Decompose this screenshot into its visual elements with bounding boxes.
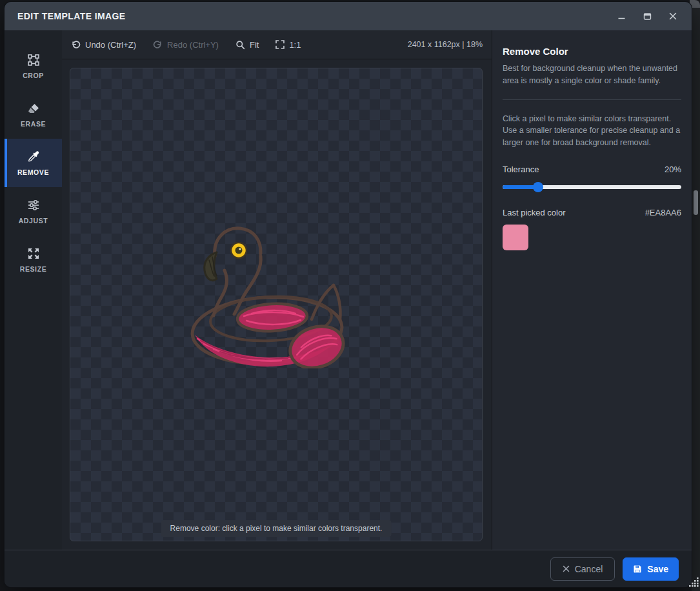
crop-icon — [26, 53, 41, 67]
tool-remove-label: REMOVE — [17, 168, 49, 176]
image-canvas[interactable]: Remove color: click a pixel to make simi… — [70, 68, 483, 541]
maximize-icon — [643, 12, 652, 21]
last-picked-color-swatch — [503, 225, 528, 250]
tool-resize-label: RESIZE — [20, 265, 47, 273]
cancel-label: Cancel — [575, 564, 603, 574]
undo-label: Undo (Ctrl+Z) — [85, 40, 136, 50]
tolerance-label: Tolerance — [503, 165, 539, 174]
magnifier-icon — [235, 40, 245, 50]
image-dimensions-readout: 2401 x 1162px | 18% — [408, 40, 483, 49]
edit-template-image-dialog: EDIT TEMPLATE IMAGE — [5, 2, 692, 587]
tolerance-slider[interactable] — [503, 182, 681, 192]
fit-label: Fit — [250, 40, 259, 50]
maximize-button[interactable] — [636, 6, 658, 26]
tolerance-value: 20% — [665, 165, 681, 174]
tool-resize[interactable]: RESIZE — [5, 235, 62, 284]
redo-button[interactable]: Redo (Ctrl+Y) — [153, 40, 219, 50]
save-button[interactable]: Save — [623, 557, 679, 581]
redo-label: Redo (Ctrl+Y) — [167, 40, 219, 50]
redo-icon — [153, 40, 163, 50]
dialog-title: EDIT TEMPLATE IMAGE — [17, 11, 126, 21]
tool-sidebar: CROP ERASE REMOVE — [5, 30, 62, 550]
tolerance-row: Tolerance 20% — [503, 165, 681, 174]
page-scrollbar-thumb[interactable] — [694, 190, 698, 215]
tool-adjust[interactable]: ADJUST — [5, 187, 62, 235]
last-picked-row: Last picked color #EA8AA6 — [503, 208, 681, 217]
resize-arrows-icon — [26, 246, 41, 261]
tolerance-slider-thumb[interactable] — [533, 182, 543, 192]
tool-remove[interactable]: REMOVE — [5, 139, 62, 187]
tool-crop[interactable]: CROP — [5, 42, 62, 90]
save-label: Save — [647, 564, 668, 574]
page-scrollbar-track[interactable] — [692, 8, 700, 591]
window-controls — [610, 6, 684, 26]
minimize-button[interactable] — [610, 6, 632, 26]
fit-button[interactable]: Fit — [235, 40, 259, 50]
undo-button[interactable]: Undo (Ctrl+Z) — [71, 40, 136, 50]
close-button[interactable] — [662, 6, 684, 26]
editor-center: Undo (Ctrl+Z) Redo (Ctrl+Y) — [62, 30, 492, 550]
dialog-footer: Cancel Save — [5, 550, 692, 587]
cancel-x-icon — [563, 565, 570, 572]
panel-subtitle: Best for background cleanup when the unw… — [503, 63, 681, 87]
tool-erase[interactable]: ERASE — [5, 90, 62, 139]
dialog-titlebar: EDIT TEMPLATE IMAGE — [5, 2, 692, 30]
one-to-one-button[interactable]: 1:1 — [275, 40, 301, 50]
flamingo-float-artwork — [185, 216, 350, 368]
minimize-icon — [617, 12, 626, 21]
canvas-area: Remove color: click a pixel to make simi… — [62, 59, 492, 550]
last-picked-label: Last picked color — [503, 208, 566, 217]
undo-icon — [71, 40, 81, 50]
window-resize-grip[interactable] — [687, 576, 699, 590]
tool-adjust-label: ADJUST — [19, 217, 48, 225]
close-icon — [669, 12, 677, 20]
last-picked-hex: #EA8AA6 — [645, 208, 681, 217]
panel-title: Remove Color — [503, 46, 681, 57]
save-floppy-icon — [633, 565, 642, 574]
canvas-toolbar: Undo (Ctrl+Z) Redo (Ctrl+Y) — [62, 30, 492, 59]
panel-divider — [503, 99, 681, 100]
tool-crop-label: CROP — [23, 72, 44, 79]
sliders-icon — [26, 198, 41, 212]
tool-erase-label: ERASE — [21, 120, 46, 128]
cancel-button[interactable]: Cancel — [550, 557, 615, 581]
canvas-hint-tooltip: Remove color: click a pixel to make simi… — [161, 520, 392, 537]
eyedropper-icon — [26, 150, 41, 164]
eraser-icon — [26, 101, 41, 115]
one-to-one-label: 1:1 — [289, 40, 301, 50]
actual-size-icon — [275, 40, 285, 49]
remove-color-panel: Remove Color Best for background cleanup… — [492, 30, 692, 550]
panel-instructions: Click a pixel to make similar colors tra… — [503, 113, 681, 149]
